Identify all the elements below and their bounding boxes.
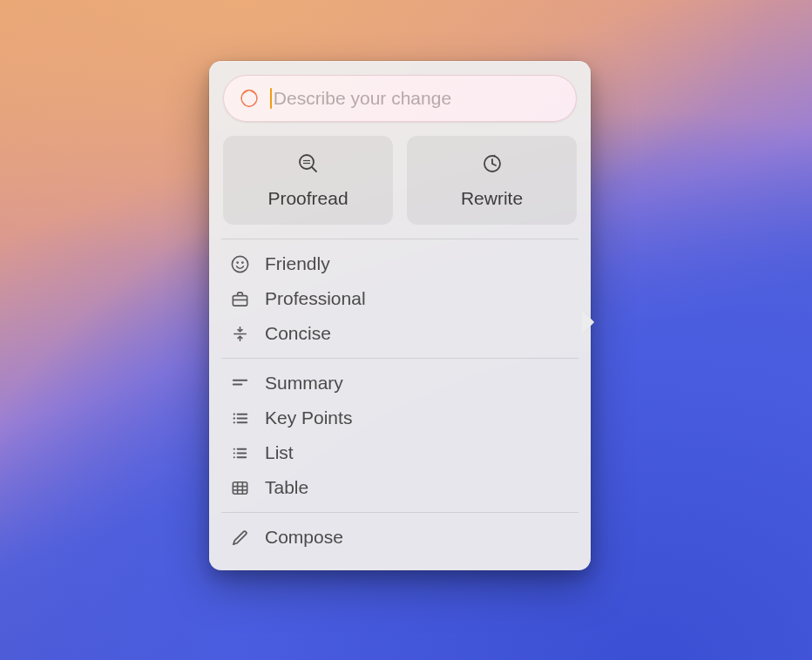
- professional-label: Professional: [265, 288, 366, 309]
- summary-item[interactable]: Summary: [223, 366, 577, 401]
- svg-point-20: [233, 452, 234, 454]
- list-label: List: [265, 442, 294, 463]
- popover-arrow: [582, 312, 599, 333]
- tone-section: Friendly Professional Concise: [223, 239, 577, 358]
- svg-rect-8: [233, 295, 247, 306]
- table-label: Table: [265, 477, 308, 498]
- proofread-icon: [297, 152, 320, 178]
- table-item[interactable]: Table: [223, 470, 577, 505]
- svg-point-21: [233, 456, 234, 458]
- pencil-icon: [228, 526, 251, 549]
- apple-intelligence-icon: [239, 88, 260, 109]
- keypoints-label: Key Points: [265, 407, 352, 428]
- compress-icon: [228, 322, 251, 345]
- briefcase-icon: [228, 287, 251, 310]
- svg-point-7: [241, 262, 242, 263]
- svg-point-15: [233, 421, 234, 423]
- svg-line-1: [312, 167, 316, 172]
- svg-rect-25: [233, 482, 247, 493]
- svg-point-14: [233, 417, 234, 419]
- svg-point-13: [233, 413, 234, 414]
- compose-label: Compose: [265, 527, 343, 548]
- rewrite-label: Rewrite: [461, 188, 523, 209]
- describe-input[interactable]: [274, 88, 561, 109]
- svg-point-6: [237, 262, 238, 263]
- list-item[interactable]: List: [223, 435, 577, 470]
- writing-tools-popover: Proofread Rewrite: [209, 61, 591, 570]
- rewrite-button[interactable]: Rewrite: [407, 136, 577, 225]
- proofread-label: Proofread: [267, 188, 348, 209]
- describe-field-container[interactable]: [223, 75, 577, 122]
- list-icon: [228, 441, 251, 464]
- svg-point-19: [233, 448, 234, 449]
- summary-icon: [228, 372, 251, 394]
- format-section: Summary Key Points: [223, 359, 577, 512]
- friendly-item[interactable]: Friendly: [223, 246, 577, 281]
- concise-label: Concise: [265, 323, 331, 344]
- smile-icon: [228, 253, 251, 275]
- svg-point-5: [232, 256, 247, 272]
- professional-item[interactable]: Professional: [223, 281, 577, 316]
- primary-actions: Proofread Rewrite: [223, 136, 577, 225]
- summary-label: Summary: [265, 373, 343, 394]
- keypoints-item[interactable]: Key Points: [223, 401, 577, 435]
- compose-item[interactable]: Compose: [223, 520, 577, 555]
- concise-item[interactable]: Concise: [223, 316, 577, 351]
- compose-section: Compose: [223, 513, 577, 562]
- table-icon: [228, 476, 251, 499]
- keypoints-icon: [228, 407, 251, 429]
- rewrite-icon: [481, 152, 504, 178]
- friendly-label: Friendly: [265, 253, 330, 274]
- proofread-button[interactable]: Proofread: [223, 136, 393, 225]
- text-cursor: [270, 88, 272, 109]
